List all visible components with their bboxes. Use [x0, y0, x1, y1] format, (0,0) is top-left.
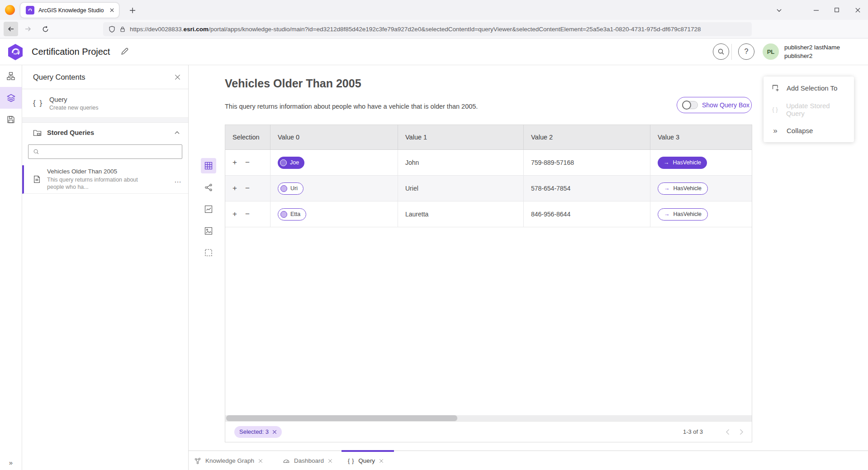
table-header-row: Selection Value 0 Value 1 Value 2 Value … — [225, 125, 752, 150]
add-to-selection-button[interactable]: + — [232, 210, 237, 219]
relationship-pill[interactable]: →HasVehicle — [658, 208, 708, 221]
chart-view-icon[interactable] — [201, 201, 216, 217]
clear-selection-icon[interactable] — [272, 430, 277, 434]
expand-rail-icon[interactable]: » — [0, 459, 22, 466]
stored-query-description: This query returns information about peo… — [47, 176, 151, 191]
header-divider — [731, 44, 732, 60]
dashboard-icon — [283, 457, 290, 465]
stored-queries-header[interactable]: Stored Queries — [22, 124, 188, 142]
new-query-item[interactable]: { } Query Create new queries — [22, 89, 188, 118]
results-table: Selection Value 0 Value 1 Value 2 Value … — [225, 125, 752, 442]
add-selection-icon — [771, 84, 780, 92]
column-header-value0: Value 0 — [270, 125, 398, 149]
entity-pill[interactable]: Joe — [278, 157, 304, 169]
cell-value1: John — [398, 150, 524, 175]
toggle-switch[interactable] — [682, 101, 698, 109]
horizontal-scrollbar — [225, 415, 752, 421]
search-button[interactable] — [713, 43, 729, 60]
knowledge-graph-icon — [194, 457, 201, 465]
cell-value2: 846-956-8644 — [524, 201, 650, 227]
page-title: Vehicles Older Than 2005 — [225, 77, 361, 90]
reload-button[interactable] — [38, 22, 52, 36]
tracking-protection-shield-icon[interactable] — [109, 26, 115, 33]
entity-pill[interactable]: Etta — [278, 208, 306, 221]
panel-title: Query Contents — [33, 73, 174, 82]
user-avatar[interactable]: PL — [763, 43, 779, 60]
stored-query-item[interactable]: Vehicles Older Than 2005 This query retu… — [22, 165, 188, 194]
arrow-icon: → — [664, 211, 670, 217]
query-item-title: Query — [49, 96, 98, 103]
stored-query-doc-icon — [33, 175, 41, 183]
browser-tab[interactable]: ArcGIS Knowledge Studio — [20, 3, 119, 18]
tab-close-icon[interactable] — [379, 459, 384, 463]
sidebar-item-save[interactable] — [0, 109, 22, 130]
panel-separator — [22, 118, 188, 123]
table-view-icon[interactable] — [201, 158, 216, 173]
tab-close-icon[interactable] — [328, 459, 332, 463]
screen: ArcGIS Knowledge Studio — [0, 0, 868, 470]
add-to-selection-button[interactable]: + — [232, 158, 237, 167]
url-text: https://dev0028833.esri.com/portal/apps/… — [130, 26, 701, 33]
url-bar[interactable]: https://dev0028833.esri.com/portal/apps/… — [103, 22, 752, 36]
cell-value1: Uriel — [398, 176, 524, 201]
braces-icon: { } — [348, 458, 354, 464]
content-tabbar: Knowledge Graph Dashboard { } Query — [189, 451, 868, 470]
braces-icon: { } — [771, 106, 779, 113]
browser-toolbar: https://dev0028833.esri.com/portal/apps/… — [0, 20, 868, 38]
stored-query-title: Vehicles Older Than 2005 — [47, 168, 151, 175]
menu-item-collapse[interactable]: » Collapse — [764, 120, 854, 141]
select-marquee-icon[interactable] — [201, 245, 216, 260]
left-rail: » — [0, 65, 22, 470]
table-row: + − Joe John 759-889-57168 →HasVehicle — [225, 150, 752, 176]
help-button[interactable]: ? — [738, 43, 754, 60]
table-empty-area — [225, 227, 752, 415]
menu-item-add-selection-to[interactable]: Add Selection To — [764, 77, 854, 99]
firefox-icon — [5, 5, 15, 15]
lock-icon[interactable] — [119, 26, 126, 33]
window-list-tabs-icon[interactable] — [768, 0, 789, 20]
window-close-icon[interactable] — [847, 0, 868, 20]
sidebar-item-data-model[interactable] — [0, 65, 22, 87]
project-title: Certification Project — [32, 38, 110, 65]
knowledge-studio-logo — [7, 43, 24, 61]
remove-from-selection-button[interactable]: − — [245, 158, 250, 167]
selected-count-chip[interactable]: Selected: 3 — [234, 426, 282, 438]
remove-from-selection-button[interactable]: − — [245, 210, 250, 219]
add-to-selection-button[interactable]: + — [232, 184, 237, 193]
sidebar-item-contents[interactable] — [0, 87, 22, 109]
entity-pill[interactable]: Uri — [278, 182, 304, 195]
link-chart-view-icon[interactable] — [201, 180, 216, 195]
panel-close-icon[interactable] — [174, 74, 181, 81]
stored-queries-search-input[interactable] — [28, 144, 182, 159]
stored-query-options-icon[interactable]: … — [174, 176, 182, 184]
forward-button[interactable] — [21, 22, 35, 36]
chevron-up-icon[interactable] — [174, 130, 180, 136]
tab-query[interactable]: { } Query — [348, 451, 384, 470]
arcgis-favicon-icon — [26, 6, 34, 14]
app-header: Certification Project ? PL publisher2 la… — [0, 38, 868, 65]
table-row: + − Etta Lauretta 846-956-8644 →HasVehic… — [225, 201, 752, 227]
user-name: publisher2 lastName publisher2 — [784, 43, 840, 60]
edit-title-pencil-icon[interactable] — [120, 47, 129, 56]
tab-dashboard[interactable]: Dashboard — [283, 451, 332, 470]
tab-knowledge-graph[interactable]: Knowledge Graph — [194, 451, 263, 470]
tab-close-icon[interactable] — [258, 459, 263, 463]
window-maximize-icon[interactable] — [826, 0, 847, 20]
new-tab-button[interactable] — [126, 4, 139, 17]
window-controls — [768, 0, 868, 20]
map-view-icon[interactable] — [201, 223, 216, 239]
remove-from-selection-button[interactable]: − — [245, 184, 250, 193]
entity-dot-icon — [280, 211, 287, 218]
tab-close-icon[interactable] — [109, 8, 114, 13]
browser-tab-title: ArcGIS Knowledge Studio — [38, 7, 107, 14]
scrollbar-thumb[interactable] — [226, 415, 457, 421]
relationship-pill[interactable]: →HasVehicle — [658, 182, 708, 195]
window-minimize-icon[interactable] — [806, 0, 826, 20]
show-query-box-toggle[interactable]: Show Query Box — [677, 97, 752, 113]
table-footer: Selected: 3 1-3 of 3 — [225, 421, 752, 442]
relationship-pill[interactable]: →HasVehicle — [658, 157, 707, 169]
entity-dot-icon — [280, 159, 287, 166]
back-button[interactable] — [4, 22, 18, 36]
column-header-value3: Value 3 — [650, 125, 752, 149]
arrow-icon: → — [664, 159, 669, 166]
